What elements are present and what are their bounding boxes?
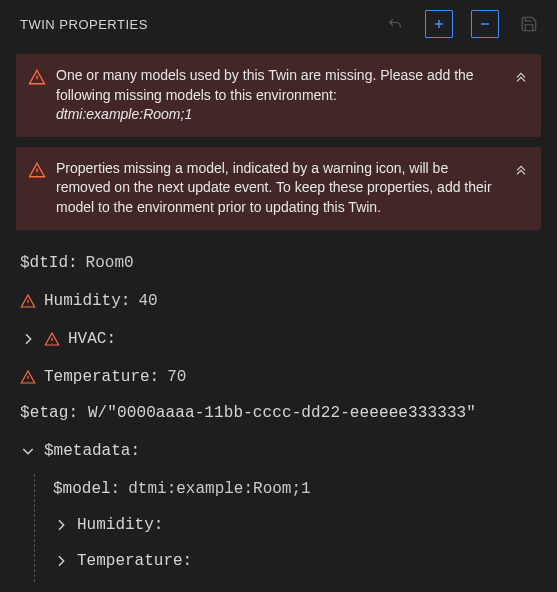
- collapse-all-button[interactable]: [471, 10, 499, 38]
- property-key: $model:: [53, 480, 120, 498]
- property-value: 40: [138, 292, 157, 310]
- property-key: $etag:: [20, 404, 78, 422]
- property-humidity: Humidity: 40: [20, 286, 537, 324]
- property-key: $dtId:: [20, 254, 78, 272]
- property-model: $model: dtmi:example:Room;1: [53, 474, 537, 510]
- chevron-down-icon: [20, 443, 36, 459]
- metadata-children: $model: dtmi:example:Room;1 Humidity: Te…: [34, 474, 537, 582]
- toolbar: [383, 10, 541, 38]
- property-key: Humidity:: [44, 292, 130, 310]
- property-metadata[interactable]: $metadata:: [20, 438, 537, 474]
- alert-collapse-button[interactable]: [513, 68, 529, 87]
- undo-icon: [386, 15, 404, 33]
- page-title: TWIN PROPERTIES: [20, 17, 148, 32]
- alert-collapse-button[interactable]: [513, 161, 529, 180]
- alert-message: One or many models used by this Twin are…: [56, 66, 505, 125]
- missing-property-model-alert: Properties missing a model, indicated by…: [16, 147, 541, 230]
- chevron-right-icon: [53, 517, 69, 533]
- property-key: Temperature:: [44, 368, 159, 386]
- property-dtid: $dtId: Room0: [20, 248, 537, 286]
- save-icon: [520, 15, 538, 33]
- alert-text: One or many models used by this Twin are…: [56, 67, 474, 103]
- alert-message: Properties missing a model, indicated by…: [56, 159, 505, 218]
- missing-model-name: dtmi:example:Room;1: [56, 106, 192, 122]
- property-etag: $etag: W/"0000aaaa-11bb-cccc-dd22-eeeeee…: [20, 400, 537, 438]
- warning-icon: [44, 331, 60, 347]
- chevron-right-icon: [20, 331, 36, 347]
- warning-icon: [20, 293, 36, 309]
- property-value: Room0: [86, 254, 134, 272]
- property-key: $metadata:: [44, 442, 140, 460]
- undo-button[interactable]: [383, 12, 407, 36]
- twin-properties-panel: TWIN PROPERTIES: [0, 0, 557, 582]
- chevron-right-icon: [53, 553, 69, 569]
- double-chevron-up-icon: [513, 71, 529, 87]
- property-value: 70: [167, 368, 186, 386]
- panel-header: TWIN PROPERTIES: [0, 0, 557, 48]
- warning-icon: [28, 161, 46, 182]
- property-hvac[interactable]: HVAC:: [20, 324, 537, 362]
- alert-text: Properties missing a model, indicated by…: [56, 160, 492, 215]
- property-key: HVAC:: [68, 330, 116, 348]
- properties-list: $dtId: Room0 Humidity: 40: [0, 240, 557, 582]
- save-button[interactable]: [517, 12, 541, 36]
- property-value: W/"0000aaaa-11bb-cccc-dd22-eeeeee333333": [88, 404, 476, 422]
- expand-icon: [433, 18, 445, 30]
- warning-icon: [20, 369, 36, 385]
- property-key: Temperature:: [77, 552, 192, 570]
- property-value: dtmi:example:Room;1: [128, 480, 310, 498]
- expand-all-button[interactable]: [425, 10, 453, 38]
- property-nested-temperature[interactable]: Temperature:: [53, 546, 537, 582]
- property-temperature: Temperature: 70: [20, 362, 537, 400]
- missing-models-alert: One or many models used by this Twin are…: [16, 54, 541, 137]
- property-key: Humidity:: [77, 516, 163, 534]
- property-nested-humidity[interactable]: Humidity:: [53, 510, 537, 546]
- warning-icon: [28, 68, 46, 89]
- double-chevron-up-icon: [513, 164, 529, 180]
- collapse-icon: [479, 18, 491, 30]
